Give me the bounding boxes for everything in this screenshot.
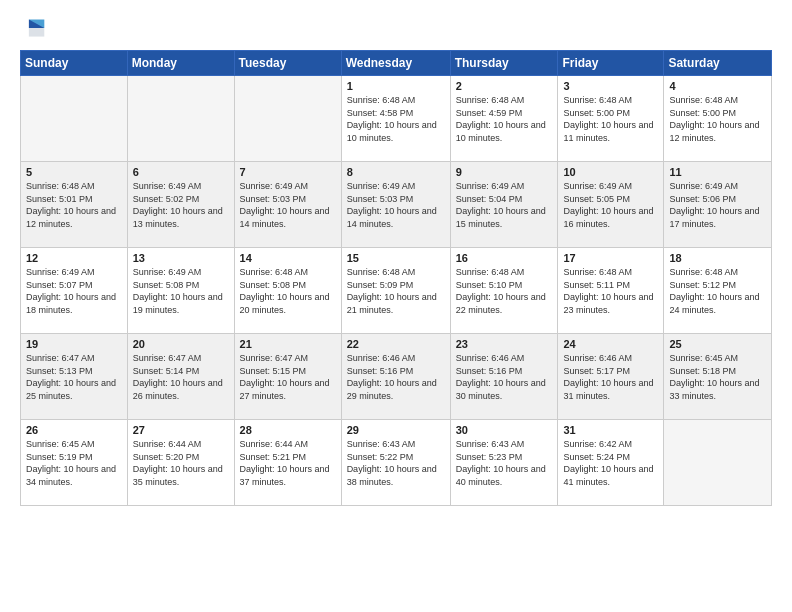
day-info: Sunrise: 6:46 AMSunset: 5:16 PMDaylight:… — [456, 352, 553, 402]
calendar-cell: 18Sunrise: 6:48 AMSunset: 5:12 PMDayligh… — [664, 248, 772, 334]
day-number: 28 — [240, 424, 336, 436]
day-number: 15 — [347, 252, 445, 264]
day-number: 29 — [347, 424, 445, 436]
day-info: Sunrise: 6:42 AMSunset: 5:24 PMDaylight:… — [563, 438, 658, 488]
day-info: Sunrise: 6:48 AMSunset: 5:09 PMDaylight:… — [347, 266, 445, 316]
day-header-thursday: Thursday — [450, 51, 558, 76]
calendar-cell: 5Sunrise: 6:48 AMSunset: 5:01 PMDaylight… — [21, 162, 128, 248]
calendar-cell: 29Sunrise: 6:43 AMSunset: 5:22 PMDayligh… — [341, 420, 450, 506]
calendar-cell: 2Sunrise: 6:48 AMSunset: 4:59 PMDaylight… — [450, 76, 558, 162]
day-info: Sunrise: 6:48 AMSunset: 5:12 PMDaylight:… — [669, 266, 766, 316]
calendar-cell: 17Sunrise: 6:48 AMSunset: 5:11 PMDayligh… — [558, 248, 664, 334]
day-info: Sunrise: 6:44 AMSunset: 5:20 PMDaylight:… — [133, 438, 229, 488]
day-info: Sunrise: 6:48 AMSunset: 5:00 PMDaylight:… — [669, 94, 766, 144]
day-number: 4 — [669, 80, 766, 92]
day-header-monday: Monday — [127, 51, 234, 76]
calendar-cell: 26Sunrise: 6:45 AMSunset: 5:19 PMDayligh… — [21, 420, 128, 506]
day-number: 10 — [563, 166, 658, 178]
calendar-cell — [234, 76, 341, 162]
day-info: Sunrise: 6:43 AMSunset: 5:22 PMDaylight:… — [347, 438, 445, 488]
day-number: 12 — [26, 252, 122, 264]
day-number: 5 — [26, 166, 122, 178]
day-info: Sunrise: 6:46 AMSunset: 5:17 PMDaylight:… — [563, 352, 658, 402]
calendar-week-row: 26Sunrise: 6:45 AMSunset: 5:19 PMDayligh… — [21, 420, 772, 506]
day-info: Sunrise: 6:47 AMSunset: 5:15 PMDaylight:… — [240, 352, 336, 402]
day-number: 7 — [240, 166, 336, 178]
calendar-cell: 6Sunrise: 6:49 AMSunset: 5:02 PMDaylight… — [127, 162, 234, 248]
calendar-cell: 24Sunrise: 6:46 AMSunset: 5:17 PMDayligh… — [558, 334, 664, 420]
day-info: Sunrise: 6:47 AMSunset: 5:13 PMDaylight:… — [26, 352, 122, 402]
day-number: 3 — [563, 80, 658, 92]
day-info: Sunrise: 6:48 AMSunset: 4:59 PMDaylight:… — [456, 94, 553, 144]
day-info: Sunrise: 6:48 AMSunset: 5:11 PMDaylight:… — [563, 266, 658, 316]
day-number: 31 — [563, 424, 658, 436]
page: SundayMondayTuesdayWednesdayThursdayFrid… — [0, 0, 792, 612]
calendar-cell: 8Sunrise: 6:49 AMSunset: 5:03 PMDaylight… — [341, 162, 450, 248]
calendar-cell: 19Sunrise: 6:47 AMSunset: 5:13 PMDayligh… — [21, 334, 128, 420]
day-info: Sunrise: 6:45 AMSunset: 5:19 PMDaylight:… — [26, 438, 122, 488]
calendar-cell: 22Sunrise: 6:46 AMSunset: 5:16 PMDayligh… — [341, 334, 450, 420]
day-info: Sunrise: 6:48 AMSunset: 5:01 PMDaylight:… — [26, 180, 122, 230]
day-number: 17 — [563, 252, 658, 264]
calendar-week-row: 12Sunrise: 6:49 AMSunset: 5:07 PMDayligh… — [21, 248, 772, 334]
day-number: 19 — [26, 338, 122, 350]
day-info: Sunrise: 6:49 AMSunset: 5:06 PMDaylight:… — [669, 180, 766, 230]
calendar-cell — [21, 76, 128, 162]
day-number: 30 — [456, 424, 553, 436]
calendar-cell: 12Sunrise: 6:49 AMSunset: 5:07 PMDayligh… — [21, 248, 128, 334]
day-number: 24 — [563, 338, 658, 350]
day-header-saturday: Saturday — [664, 51, 772, 76]
day-info: Sunrise: 6:43 AMSunset: 5:23 PMDaylight:… — [456, 438, 553, 488]
calendar-cell: 1Sunrise: 6:48 AMSunset: 4:58 PMDaylight… — [341, 76, 450, 162]
calendar-cell: 25Sunrise: 6:45 AMSunset: 5:18 PMDayligh… — [664, 334, 772, 420]
calendar-cell — [664, 420, 772, 506]
day-number: 13 — [133, 252, 229, 264]
day-header-tuesday: Tuesday — [234, 51, 341, 76]
svg-marker-2 — [29, 28, 44, 37]
calendar-cell — [127, 76, 234, 162]
calendar-week-row: 19Sunrise: 6:47 AMSunset: 5:13 PMDayligh… — [21, 334, 772, 420]
calendar-cell: 10Sunrise: 6:49 AMSunset: 5:05 PMDayligh… — [558, 162, 664, 248]
day-number: 1 — [347, 80, 445, 92]
day-number: 23 — [456, 338, 553, 350]
day-info: Sunrise: 6:49 AMSunset: 5:02 PMDaylight:… — [133, 180, 229, 230]
calendar-table: SundayMondayTuesdayWednesdayThursdayFrid… — [20, 50, 772, 506]
day-info: Sunrise: 6:46 AMSunset: 5:16 PMDaylight:… — [347, 352, 445, 402]
calendar-header-row: SundayMondayTuesdayWednesdayThursdayFrid… — [21, 51, 772, 76]
calendar-cell: 20Sunrise: 6:47 AMSunset: 5:14 PMDayligh… — [127, 334, 234, 420]
day-number: 2 — [456, 80, 553, 92]
day-info: Sunrise: 6:49 AMSunset: 5:03 PMDaylight:… — [347, 180, 445, 230]
day-number: 8 — [347, 166, 445, 178]
day-number: 11 — [669, 166, 766, 178]
day-number: 9 — [456, 166, 553, 178]
day-number: 20 — [133, 338, 229, 350]
day-info: Sunrise: 6:49 AMSunset: 5:03 PMDaylight:… — [240, 180, 336, 230]
day-info: Sunrise: 6:48 AMSunset: 5:08 PMDaylight:… — [240, 266, 336, 316]
calendar-cell: 14Sunrise: 6:48 AMSunset: 5:08 PMDayligh… — [234, 248, 341, 334]
day-info: Sunrise: 6:49 AMSunset: 5:07 PMDaylight:… — [26, 266, 122, 316]
calendar-cell: 27Sunrise: 6:44 AMSunset: 5:20 PMDayligh… — [127, 420, 234, 506]
day-header-sunday: Sunday — [21, 51, 128, 76]
day-info: Sunrise: 6:45 AMSunset: 5:18 PMDaylight:… — [669, 352, 766, 402]
calendar-cell: 7Sunrise: 6:49 AMSunset: 5:03 PMDaylight… — [234, 162, 341, 248]
day-info: Sunrise: 6:44 AMSunset: 5:21 PMDaylight:… — [240, 438, 336, 488]
calendar-cell: 31Sunrise: 6:42 AMSunset: 5:24 PMDayligh… — [558, 420, 664, 506]
day-info: Sunrise: 6:49 AMSunset: 5:08 PMDaylight:… — [133, 266, 229, 316]
calendar-week-row: 5Sunrise: 6:48 AMSunset: 5:01 PMDaylight… — [21, 162, 772, 248]
calendar-week-row: 1Sunrise: 6:48 AMSunset: 4:58 PMDaylight… — [21, 76, 772, 162]
day-header-friday: Friday — [558, 51, 664, 76]
calendar-cell: 23Sunrise: 6:46 AMSunset: 5:16 PMDayligh… — [450, 334, 558, 420]
calendar-cell: 13Sunrise: 6:49 AMSunset: 5:08 PMDayligh… — [127, 248, 234, 334]
day-info: Sunrise: 6:48 AMSunset: 5:10 PMDaylight:… — [456, 266, 553, 316]
calendar-cell: 11Sunrise: 6:49 AMSunset: 5:06 PMDayligh… — [664, 162, 772, 248]
calendar-cell: 3Sunrise: 6:48 AMSunset: 5:00 PMDaylight… — [558, 76, 664, 162]
day-number: 25 — [669, 338, 766, 350]
calendar-cell: 4Sunrise: 6:48 AMSunset: 5:00 PMDaylight… — [664, 76, 772, 162]
calendar-cell: 9Sunrise: 6:49 AMSunset: 5:04 PMDaylight… — [450, 162, 558, 248]
day-number: 18 — [669, 252, 766, 264]
day-info: Sunrise: 6:48 AMSunset: 4:58 PMDaylight:… — [347, 94, 445, 144]
day-info: Sunrise: 6:49 AMSunset: 5:05 PMDaylight:… — [563, 180, 658, 230]
day-number: 21 — [240, 338, 336, 350]
day-number: 6 — [133, 166, 229, 178]
header — [20, 16, 772, 40]
